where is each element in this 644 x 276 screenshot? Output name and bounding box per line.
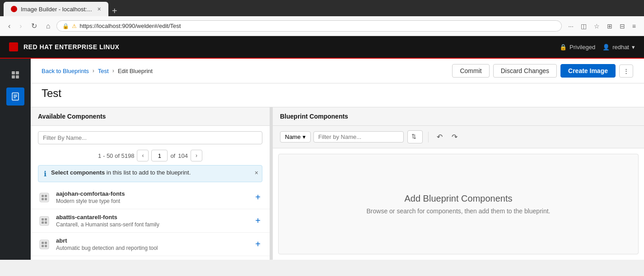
pagination-total-pages: 104 <box>178 152 188 159</box>
info-banner-text: Select components in this list to add to… <box>51 169 257 176</box>
list-item: abrt-addon-ccpp abrt's C/C++ addon + <box>31 256 270 260</box>
main-layout: Back to Blueprints › Test › Edit Bluepri… <box>0 59 644 260</box>
breadcrumb-sep2: › <box>112 68 114 74</box>
svg-rect-12 <box>45 198 47 200</box>
info-icon: ℹ <box>44 170 47 178</box>
discard-changes-button[interactable]: Discard Changes <box>493 64 557 78</box>
forward-button[interactable]: › <box>17 20 24 32</box>
blueprint-panel: Blueprint Components Name ▾ ⇅ <box>273 107 644 260</box>
svg-rect-10 <box>45 195 47 197</box>
browser-nav: ‹ › ↻ ⌂ 🔒 ⚠ https://localhost:9090/welde… <box>0 16 644 36</box>
page-actions: Commit Discard Changes Create Image ⋮ <box>452 64 633 78</box>
svg-rect-2 <box>12 75 15 78</box>
add-component-button[interactable]: + <box>253 237 262 251</box>
nav-tools: ··· ◫ ☆ ⊞ ⊟ ≡ <box>565 21 639 32</box>
pagination-range: 1 - 50 of 5198 <box>98 152 134 159</box>
redo-button[interactable]: ↷ <box>449 131 460 143</box>
component-name: abrt <box>56 237 248 244</box>
sidebar-item-blueprints[interactable] <box>6 87 24 106</box>
breadcrumb-current: Edit Blueprint <box>118 68 153 74</box>
svg-rect-19 <box>42 242 44 244</box>
menu-button[interactable]: ≡ <box>630 21 639 32</box>
bookmark-button[interactable]: ☆ <box>591 21 602 32</box>
name-dropdown[interactable]: Name ▾ <box>280 131 311 143</box>
breadcrumb-back-link[interactable]: Back to Blueprints <box>42 68 89 74</box>
commit-button[interactable]: Commit <box>452 64 489 78</box>
warning-icon: ⚠ <box>72 23 77 29</box>
new-tab-button[interactable]: + <box>108 6 121 16</box>
library-button[interactable]: ⊞ <box>604 21 615 32</box>
user-dropdown-icon: ▾ <box>632 44 635 51</box>
svg-rect-16 <box>42 221 44 224</box>
more-actions-button[interactable]: ⋮ <box>619 64 633 78</box>
info-banner-close-button[interactable]: × <box>255 169 258 176</box>
browser-tab[interactable]: Image Builder - localhost:... × <box>4 2 108 16</box>
available-panel-header: Available Components <box>31 107 270 126</box>
add-component-button[interactable]: + <box>253 190 262 204</box>
name-dropdown-label: Name <box>285 133 301 140</box>
breadcrumb-test-link[interactable]: Test <box>98 68 109 74</box>
sidebar-toggle-button[interactable]: ⊟ <box>617 21 628 32</box>
address-bar[interactable]: 🔒 ⚠ https://localhost:9090/welder#/edit/… <box>56 20 562 32</box>
pagination-row: 1 - 50 of 5198 ‹ of 104 › <box>31 148 270 165</box>
tab-title: Image Builder - localhost:... <box>21 6 92 13</box>
page-number-input[interactable] <box>151 150 168 161</box>
svg-rect-17 <box>45 221 47 224</box>
empty-state-title: Add Blueprint Components <box>404 193 512 204</box>
navbar-left: RED HAT ENTERPRISE LINUX <box>9 42 119 51</box>
blueprint-filter-input[interactable] <box>313 131 404 143</box>
user-label: redhat <box>612 44 629 51</box>
tab-close-button[interactable]: × <box>98 5 101 13</box>
page-title-section: Test <box>31 83 644 107</box>
pagination-prev-button[interactable]: ‹ <box>137 150 149 161</box>
refresh-button[interactable]: ↻ <box>28 20 40 32</box>
svg-rect-20 <box>45 242 47 244</box>
svg-rect-0 <box>12 71 15 74</box>
create-image-button[interactable]: Create Image <box>560 64 616 78</box>
browser-tab-bar: Image Builder - localhost:... × + <box>0 0 644 16</box>
svg-rect-6 <box>14 96 17 97</box>
toolbar-separator <box>428 132 429 143</box>
component-icon <box>38 238 51 251</box>
component-icon <box>38 191 51 204</box>
svg-rect-21 <box>42 245 44 247</box>
sidebar-item-dashboard[interactable] <box>6 66 24 84</box>
privileged-indicator: 🔒 Privileged <box>560 44 595 51</box>
name-filter: Name ▾ <box>280 131 404 143</box>
breadcrumb-sep1: › <box>93 68 94 74</box>
svg-rect-18 <box>40 240 49 249</box>
user-menu[interactable]: 👤 redhat ▾ <box>602 44 635 51</box>
page-header: Back to Blueprints › Test › Edit Bluepri… <box>31 59 644 83</box>
svg-rect-5 <box>14 95 17 96</box>
top-navbar: RED HAT ENTERPRISE LINUX 🔒 Privileged 👤 … <box>0 36 644 59</box>
component-desc: Automatic bug detection and reporting to… <box>56 245 248 251</box>
svg-rect-9 <box>42 195 44 197</box>
nav-more-button[interactable]: ··· <box>565 21 576 32</box>
lock-nav-icon: 🔒 <box>560 44 567 51</box>
tab-favicon <box>11 6 17 12</box>
component-icon <box>38 215 51 227</box>
component-desc: Modern style true type font <box>56 198 248 204</box>
list-item: abrt Automatic bug detection and reporti… <box>31 233 270 256</box>
back-button[interactable]: ‹ <box>5 20 13 32</box>
sort-button[interactable]: ⇅ <box>407 130 423 143</box>
svg-rect-3 <box>16 75 19 78</box>
empty-state-desc: Browse or search for components, then ad… <box>366 207 550 215</box>
add-component-button[interactable]: + <box>253 214 262 228</box>
privileged-label: Privileged <box>569 44 595 51</box>
pagination-next-button[interactable]: › <box>191 150 202 161</box>
blueprint-panel-title: Blueprint Components <box>280 113 348 120</box>
component-name: abattis-cantarell-fonts <box>56 214 248 221</box>
undo-button[interactable]: ↶ <box>434 131 445 143</box>
blueprint-panel-header: Blueprint Components <box>273 107 644 126</box>
home-button[interactable]: ⌂ <box>43 20 53 32</box>
app-logo <box>9 42 18 51</box>
lock-icon: 🔒 <box>62 23 69 29</box>
info-banner: ℹ Select components in this list to add … <box>38 165 262 182</box>
components-area: Available Components 1 - 50 of 5198 <box>31 107 644 260</box>
component-name: aajohan-comfortaa-fonts <box>56 190 248 197</box>
sidebar <box>0 59 31 260</box>
name-dropdown-chevron: ▾ <box>303 133 306 140</box>
available-filter-input[interactable] <box>38 131 262 144</box>
pocket-button[interactable]: ◫ <box>578 21 589 32</box>
